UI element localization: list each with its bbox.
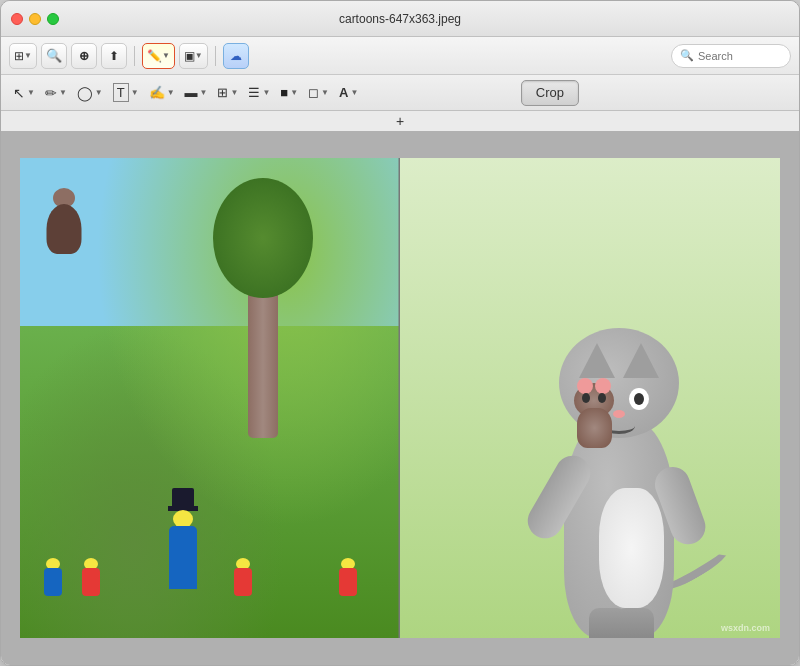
pen-tool-button[interactable]: ✏ ▼ <box>41 80 71 106</box>
zoom-out-icon: 🔍 <box>46 48 62 63</box>
select-tool-button[interactable]: ↖ ▼ <box>9 80 39 106</box>
tom-jerry-panel: wsxdn.com <box>400 158 780 638</box>
close-button[interactable] <box>11 13 23 25</box>
scrooge-character <box>153 488 213 608</box>
traffic-lights <box>11 13 59 25</box>
tom-leg-right <box>616 608 654 638</box>
border-arrow: ▼ <box>321 88 329 97</box>
vulture-body <box>47 204 82 254</box>
redact-icon: ▬ <box>185 85 198 100</box>
main-toolbar: ⊞ ▼ 🔍 ⊕ ⬆ ✏️ ▼ ▣ ▼ ☁ <box>1 37 799 75</box>
duck2-body <box>82 568 100 596</box>
size-arrow: ▼ <box>24 51 32 60</box>
sync-button[interactable]: ☁ <box>223 43 249 69</box>
jerry-character <box>569 383 619 448</box>
annotate-mode-button[interactable]: ▣ ▼ <box>179 43 208 69</box>
search-input[interactable] <box>698 50 788 62</box>
border-icon: ◻ <box>308 85 319 100</box>
jerry-eye-right <box>598 393 606 403</box>
shape-tool-button[interactable]: ◯ ▼ <box>73 80 107 106</box>
share-button[interactable]: ⬆ <box>101 43 127 69</box>
adjust-tool-button[interactable]: ⊞ ▼ <box>213 80 242 106</box>
cartoon-image: wsxdn.com <box>20 158 780 638</box>
annotate-mode-arrow: ▼ <box>195 51 203 60</box>
duckling-4 <box>334 558 362 613</box>
window-title: cartoons-647x363.jpeg <box>339 12 461 26</box>
tom-pupil-right <box>634 393 644 405</box>
jerry-body <box>577 408 612 448</box>
shape-arrow: ▼ <box>95 88 103 97</box>
redact-arrow: ▼ <box>200 88 208 97</box>
size-icon: ⊞ <box>14 49 24 63</box>
size-selector[interactable]: ⊞ ▼ <box>9 43 37 69</box>
font-tool-button[interactable]: A ▼ <box>335 80 362 106</box>
zoom-in-icon: ⊕ <box>79 49 89 63</box>
scrooge-legs <box>169 564 197 589</box>
tom-belly <box>599 488 664 608</box>
align-arrow: ▼ <box>262 88 270 97</box>
search-icon: 🔍 <box>680 49 694 62</box>
signature-arrow: ▼ <box>167 88 175 97</box>
duck4-body <box>339 568 357 596</box>
fill-arrow: ▼ <box>290 88 298 97</box>
duck3-body <box>234 568 252 596</box>
maximize-button[interactable] <box>47 13 59 25</box>
crop-cursor: + <box>396 113 404 129</box>
pen-icon: ✏ <box>45 85 57 101</box>
align-icon: ☰ <box>248 85 260 100</box>
adjust-icon: ⊞ <box>217 85 228 100</box>
zoom-in-button[interactable]: ⊕ <box>71 43 97 69</box>
annotate-mode-icon: ▣ <box>184 49 195 63</box>
tom-ear-left <box>579 343 615 378</box>
color-fill-button[interactable]: ■ ▼ <box>276 80 302 106</box>
ducktales-panel <box>20 158 400 638</box>
pencil-icon: ✏️ <box>147 49 162 63</box>
color-fill-icon: ■ <box>280 85 288 100</box>
pen-arrow: ▼ <box>59 88 67 97</box>
share-icon: ⬆ <box>109 49 119 63</box>
crop-button[interactable]: Crop <box>521 80 579 106</box>
tom-ear-right <box>623 343 659 378</box>
duck1-body <box>44 568 62 596</box>
adjust-arrow: ▼ <box>230 88 238 97</box>
font-arrow: ▼ <box>350 88 358 97</box>
jerry-eye-left <box>582 393 590 403</box>
shape-icon: ◯ <box>77 85 93 101</box>
redact-tool-button[interactable]: ▬ ▼ <box>181 80 212 106</box>
cloud-icon: ☁ <box>230 49 242 63</box>
jerry-ear-right <box>595 378 611 394</box>
signature-tool-button[interactable]: ✍ ▼ <box>145 80 179 106</box>
scrooge-body <box>169 526 197 566</box>
duckling-1 <box>39 558 67 613</box>
watermark: wsxdn.com <box>721 623 770 633</box>
tom-character <box>544 298 704 638</box>
image-container: wsxdn.com <box>20 158 780 638</box>
duckling-2 <box>77 558 105 613</box>
align-tool-button[interactable]: ☰ ▼ <box>244 80 274 106</box>
zoom-out-button[interactable]: 🔍 <box>41 43 67 69</box>
jerry-ear-left <box>577 378 593 394</box>
signature-icon: ✍ <box>149 85 165 100</box>
border-style-button[interactable]: ◻ ▼ <box>304 80 333 106</box>
pencil-arrow: ▼ <box>162 51 170 60</box>
search-box[interactable]: 🔍 <box>671 44 791 68</box>
font-icon: A <box>339 85 348 100</box>
vulture-character <box>39 188 89 268</box>
tree-foliage <box>213 178 313 298</box>
textbox-icon: T <box>113 83 129 102</box>
tom-eye-right <box>629 388 649 410</box>
separator-2 <box>215 46 216 66</box>
textbox-tool-button[interactable]: T ▼ <box>109 80 143 106</box>
canvas-area[interactable]: wsxdn.com <box>1 131 799 665</box>
cursor-area: + <box>1 111 799 131</box>
annotation-toolbar: ↖ ▼ ✏ ▼ ◯ ▼ T ▼ ✍ ▼ ▬ ▼ ⊞ <box>1 75 799 111</box>
separator-1 <box>134 46 135 66</box>
duckling-3 <box>229 558 257 613</box>
minimize-button[interactable] <box>29 13 41 25</box>
select-arrow: ▼ <box>27 88 35 97</box>
annotate-button[interactable]: ✏️ ▼ <box>142 43 175 69</box>
textbox-arrow: ▼ <box>131 88 139 97</box>
tom-body <box>564 418 674 638</box>
select-icon: ↖ <box>13 85 25 101</box>
titlebar: cartoons-647x363.jpeg <box>1 1 799 37</box>
